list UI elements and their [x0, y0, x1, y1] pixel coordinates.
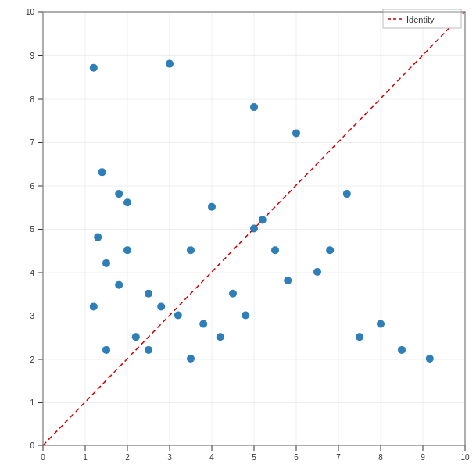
svg-text:2: 2: [30, 355, 34, 364]
scatter-point: [187, 246, 195, 254]
svg-text:8: 8: [30, 95, 34, 104]
svg-text:0: 0: [30, 441, 34, 450]
scatter-point: [292, 129, 300, 137]
scatter-point: [356, 333, 363, 341]
svg-text:10: 10: [26, 8, 35, 16]
scatter-point: [90, 302, 98, 310]
scatter-point: [90, 64, 98, 72]
scatter-point: [377, 320, 385, 328]
scatter-point: [208, 203, 216, 211]
scatter-point: [102, 259, 110, 267]
svg-text:8: 8: [378, 453, 383, 462]
scatter-point: [98, 168, 106, 176]
chart-container: Identity 0 1 2 3 4 5 6 7 8 9 10: [0, 0, 476, 468]
svg-text:5: 5: [30, 225, 34, 234]
scatter-plot: Identity 0 1 2 3 4 5 6 7 8 9 10: [0, 0, 476, 468]
svg-text:3: 3: [30, 312, 34, 320]
svg-text:6: 6: [294, 453, 299, 462]
scatter-point: [115, 281, 123, 289]
scatter-point: [217, 333, 224, 341]
scatter-point: [426, 355, 434, 363]
scatter-point: [166, 60, 174, 68]
scatter-point: [313, 268, 321, 276]
scatter-point: [259, 216, 267, 223]
svg-text:0: 0: [41, 453, 45, 462]
scatter-point: [157, 302, 165, 310]
x-axis-ticks: 0 1 2 3 4 5 6 7 8 9 10: [41, 445, 470, 462]
scatter-point: [199, 320, 207, 328]
svg-text:2: 2: [125, 453, 130, 462]
svg-text:10: 10: [460, 453, 470, 462]
svg-text:4: 4: [30, 269, 34, 277]
scatter-point: [174, 312, 182, 320]
scatter-point: [94, 234, 102, 241]
scatter-point: [343, 190, 351, 198]
svg-text:5: 5: [252, 453, 256, 462]
svg-text:4: 4: [209, 453, 214, 462]
scatter-point: [398, 346, 406, 354]
scatter-point: [229, 290, 237, 298]
svg-text:3: 3: [167, 453, 172, 462]
scatter-point: [271, 246, 279, 254]
legend-label: Identity: [406, 15, 435, 24]
scatter-point: [187, 355, 195, 363]
scatter-point: [123, 246, 131, 254]
scatter-point: [123, 198, 131, 206]
svg-text:1: 1: [83, 453, 88, 462]
scatter-point: [250, 225, 258, 233]
scatter-point: [132, 333, 140, 341]
svg-text:6: 6: [30, 182, 34, 191]
scatter-point: [242, 312, 249, 320]
scatter-point: [145, 290, 152, 298]
svg-text:1: 1: [30, 398, 34, 407]
svg-text:7: 7: [336, 453, 341, 462]
svg-text:7: 7: [30, 138, 34, 147]
scatter-point: [145, 346, 152, 354]
scatter-point: [102, 346, 110, 354]
scatter-point: [284, 277, 292, 284]
scatter-point: [115, 190, 123, 198]
scatter-point: [250, 103, 258, 111]
svg-text:9: 9: [30, 52, 34, 60]
scatter-point: [326, 246, 334, 254]
svg-text:9: 9: [421, 453, 425, 462]
y-axis-ticks: 0 1 2 3 4 5 6 7 8 9 10: [26, 8, 43, 450]
